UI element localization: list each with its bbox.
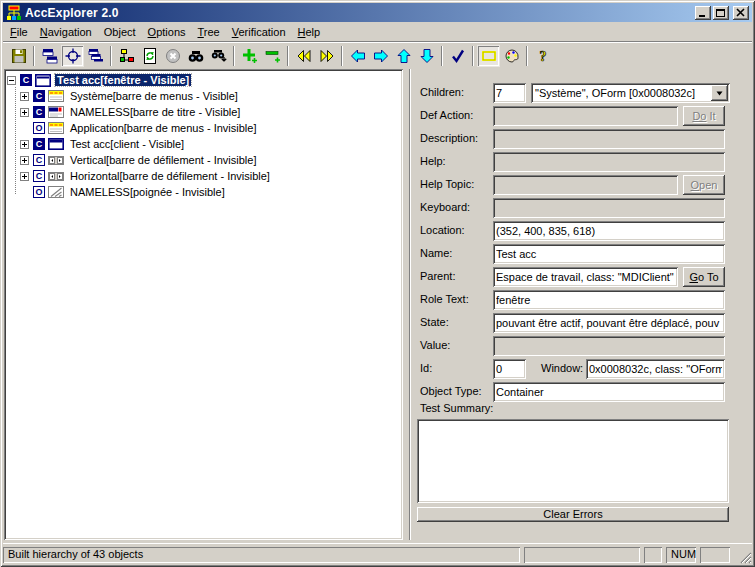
save-icon — [11, 48, 27, 64]
collapse-box-icon[interactable] — [7, 76, 16, 85]
previous-sibling-button[interactable] — [346, 45, 369, 67]
menu-navigation[interactable]: Navigation — [34, 24, 98, 40]
do-it-button[interactable]: Do It — [683, 106, 725, 126]
tree-item-titlebar[interactable]: C NAMELESS[barre de titre - Visible] — [7, 104, 401, 120]
menu-file[interactable]: File — [4, 24, 34, 40]
find-button[interactable] — [184, 45, 207, 67]
expand-box-icon[interactable] — [20, 172, 29, 181]
help-icon: ? — [535, 48, 551, 64]
stop-button[interactable] — [161, 45, 184, 67]
state-input[interactable] — [493, 313, 725, 333]
tree-view-button[interactable] — [38, 45, 61, 67]
def-action-input[interactable] — [493, 106, 678, 126]
menu-help[interactable]: Help — [292, 24, 327, 40]
double-right-arrow-icon — [319, 48, 335, 64]
last-sibling-button[interactable] — [315, 45, 338, 67]
go-to-button[interactable]: Go To — [683, 267, 725, 287]
find-next-button[interactable] — [207, 45, 230, 67]
tree-item-systeme[interactable]: C Système[barre de menus - Visible] — [7, 88, 401, 104]
menu-object[interactable]: Object — [98, 24, 142, 40]
description-input[interactable] — [493, 129, 725, 149]
id-input[interactable] — [493, 359, 526, 379]
collapse-minus-icon — [265, 48, 281, 64]
combo-dropdown-button[interactable] — [711, 85, 728, 101]
field-row-keyboard: Keyboard: — [410, 198, 751, 218]
verify-button[interactable] — [446, 45, 469, 67]
open-button[interactable]: Open — [683, 175, 725, 195]
tree-item-grip[interactable]: O NAMELESS[poignée - Invisible] — [7, 184, 401, 200]
name-input[interactable] — [493, 244, 725, 264]
close-button[interactable] — [733, 6, 749, 20]
tree-item-application[interactable]: O Application[barre de menus - Invisible… — [7, 120, 401, 136]
tree-item-label[interactable]: NAMELESS[poignée - Invisible] — [68, 186, 227, 198]
cascade-windows-button[interactable] — [84, 45, 107, 67]
expand-box-icon[interactable] — [20, 140, 29, 149]
object-type-input[interactable] — [493, 382, 725, 402]
toolbar-separator — [526, 46, 528, 66]
test-summary-box[interactable] — [417, 419, 729, 503]
parent-input[interactable] — [493, 267, 678, 287]
title-bar[interactable]: AccExplorer 2.0 — [3, 3, 752, 22]
first-child-button[interactable] — [415, 45, 438, 67]
menu-tree[interactable]: Tree — [192, 24, 226, 40]
maximize-button[interactable] — [713, 6, 729, 20]
window-input[interactable] — [586, 359, 725, 379]
clear-errors-button[interactable]: Clear Errors — [417, 507, 729, 522]
options-palette-button[interactable] — [500, 45, 523, 67]
expand-plus-icon — [242, 48, 258, 64]
minimize-button[interactable] — [695, 6, 711, 20]
tree-item-root[interactable]: C Test acc[fenêtre - Visible] — [7, 72, 401, 88]
resize-grip[interactable] — [738, 550, 752, 564]
help-input[interactable] — [493, 152, 725, 172]
keyboard-label: Keyboard: — [420, 201, 470, 213]
tree-item-label[interactable]: Vertical[barre de défilement - Invisible… — [68, 154, 258, 166]
help-button[interactable]: ? — [531, 45, 554, 67]
help-topic-input[interactable] — [493, 175, 678, 195]
expand-box-icon[interactable] — [20, 92, 29, 101]
scrollbar-role-icon — [48, 155, 64, 166]
next-sibling-button[interactable] — [369, 45, 392, 67]
tree-item-label[interactable]: Système[barre de menus - Visible] — [68, 90, 240, 102]
save-button[interactable] — [7, 45, 30, 67]
collapse-node-button[interactable] — [261, 45, 284, 67]
menu-verification[interactable]: Verification — [226, 24, 292, 40]
expand-box-icon[interactable] — [20, 108, 29, 117]
description-label: Description: — [420, 132, 478, 144]
properties-pane: Children: "Système", OForm [0x0008032c] … — [409, 69, 751, 540]
parent-object-button[interactable] — [392, 45, 415, 67]
expand-box-icon[interactable] — [20, 156, 29, 165]
keyboard-input[interactable] — [493, 198, 725, 218]
tree-item-label[interactable]: NAMELESS[barre de titre - Visible] — [68, 106, 242, 118]
app-icon — [6, 5, 22, 21]
expand-node-button[interactable] — [238, 45, 261, 67]
menu-options[interactable]: Options — [142, 24, 192, 40]
value-input[interactable] — [493, 336, 725, 356]
role-text-input[interactable] — [493, 290, 725, 310]
first-sibling-button[interactable] — [292, 45, 315, 67]
location-input[interactable] — [493, 221, 725, 241]
toolbar-separator — [110, 46, 112, 66]
find-icon — [188, 48, 204, 64]
children-combo[interactable]: "Système", OForm [0x0008032c] — [531, 83, 730, 103]
highlight-rect-button[interactable] — [477, 45, 500, 67]
tree-item-vertical-scrollbar[interactable]: C Vertical[barre de défilement - Invisib… — [7, 152, 401, 168]
tree-item-label[interactable]: Application[barre de menus - Invisible] — [68, 122, 258, 134]
menubar-role-icon — [48, 90, 64, 102]
children-count-input[interactable] — [493, 83, 526, 103]
id-label: Id: — [420, 362, 432, 374]
def-action-label: Def Action: — [420, 109, 473, 121]
tree-item-label[interactable]: Horizontal[barre de défilement - Invisib… — [68, 170, 272, 182]
size-grip-role-icon — [48, 186, 64, 198]
tree-item-horizontal-scrollbar[interactable]: C Horizontal[barre de défilement - Invis… — [7, 168, 401, 184]
help-label: Help: — [420, 155, 446, 167]
tree-item-label[interactable]: Test acc[client - Visible] — [68, 138, 186, 150]
refresh-button[interactable] — [138, 45, 161, 67]
help-topic-label: Help Topic: — [420, 178, 474, 190]
track-object-button[interactable] — [61, 45, 84, 67]
tree-item-label[interactable]: Test acc[fenêtre - Visible] — [55, 74, 191, 86]
field-row-description: Description: — [410, 129, 751, 149]
tree-item-client[interactable]: C Test acc[client - Visible] — [7, 136, 401, 152]
status-pane-3 — [700, 547, 730, 563]
goto-node-button[interactable] — [115, 45, 138, 67]
field-row-parent: Parent: Go To — [410, 267, 751, 287]
